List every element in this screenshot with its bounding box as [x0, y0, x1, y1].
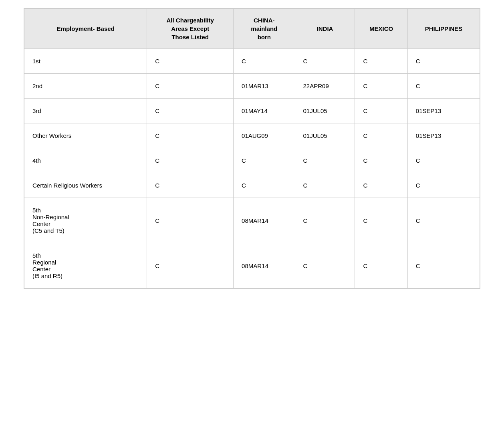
table-row: 4thCCCCC	[24, 148, 480, 173]
table-header-row: Employment- Based All ChargeabilityAreas…	[24, 9, 480, 49]
row-chargeability: C	[147, 99, 234, 123]
table-row: Certain Religious WorkersCCCCC	[24, 173, 480, 198]
header-chargeability: All ChargeabilityAreas ExceptThose Liste…	[147, 9, 234, 49]
row-china: C	[234, 148, 295, 173]
row-china: 08MAR14	[234, 198, 295, 243]
row-india: C	[295, 198, 355, 243]
row-china: 01MAY14	[234, 99, 295, 123]
row-china: C	[234, 173, 295, 198]
row-label: 1st	[24, 49, 147, 74]
row-philippines: C	[407, 173, 480, 198]
row-mexico: C	[355, 173, 407, 198]
row-label: Other Workers	[24, 123, 147, 148]
row-china: 08MAR14	[234, 243, 295, 289]
row-india: C	[295, 49, 355, 74]
row-india: 01JUL05	[295, 123, 355, 148]
table-row: 5thNon-RegionalCenter(C5 and T5)C08MAR14…	[24, 198, 480, 243]
row-chargeability: C	[147, 74, 234, 99]
row-india: C	[295, 243, 355, 289]
row-mexico: C	[355, 198, 407, 243]
row-india: 22APR09	[295, 74, 355, 99]
row-philippines: C	[407, 243, 480, 289]
row-chargeability: C	[147, 49, 234, 74]
row-label: 5thRegionalCenter(I5 and R5)	[24, 243, 147, 289]
row-mexico: C	[355, 49, 407, 74]
row-china: C	[234, 49, 295, 74]
row-philippines: C	[407, 198, 480, 243]
row-mexico: C	[355, 148, 407, 173]
row-label: 2nd	[24, 74, 147, 99]
table-row: Other WorkersC01AUG0901JUL05C01SEP13	[24, 123, 480, 148]
row-india: C	[295, 173, 355, 198]
row-chargeability: C	[147, 243, 234, 289]
row-chargeability: C	[147, 123, 234, 148]
table-row: 2ndC01MAR1322APR09CC	[24, 74, 480, 99]
table-row: 3rdC01MAY1401JUL05C01SEP13	[24, 99, 480, 123]
row-philippines: 01SEP13	[407, 99, 480, 123]
row-philippines: 01SEP13	[407, 123, 480, 148]
row-label: 5thNon-RegionalCenter(C5 and T5)	[24, 198, 147, 243]
row-china: 01AUG09	[234, 123, 295, 148]
table-row: 1stCCCCC	[24, 49, 480, 74]
row-mexico: C	[355, 99, 407, 123]
row-chargeability: C	[147, 173, 234, 198]
row-philippines: C	[407, 148, 480, 173]
row-mexico: C	[355, 74, 407, 99]
row-mexico: C	[355, 123, 407, 148]
row-india: C	[295, 148, 355, 173]
row-india: 01JUL05	[295, 99, 355, 123]
row-philippines: C	[407, 49, 480, 74]
header-china: CHINA-mainlandborn	[234, 9, 295, 49]
header-mexico: MEXICO	[355, 9, 407, 49]
row-label: 4th	[24, 148, 147, 173]
employment-based-table: Employment- Based All ChargeabilityAreas…	[24, 8, 480, 289]
row-chargeability: C	[147, 198, 234, 243]
row-label: Certain Religious Workers	[24, 173, 147, 198]
header-employment-based: Employment- Based	[24, 9, 147, 49]
row-mexico: C	[355, 243, 407, 289]
header-india: INDIA	[295, 9, 355, 49]
row-philippines: C	[407, 74, 480, 99]
row-china: 01MAR13	[234, 74, 295, 99]
row-label: 3rd	[24, 99, 147, 123]
table-row: 5thRegionalCenter(I5 and R5)C08MAR14CCC	[24, 243, 480, 289]
row-chargeability: C	[147, 148, 234, 173]
header-philippines: PHILIPPINES	[407, 9, 480, 49]
